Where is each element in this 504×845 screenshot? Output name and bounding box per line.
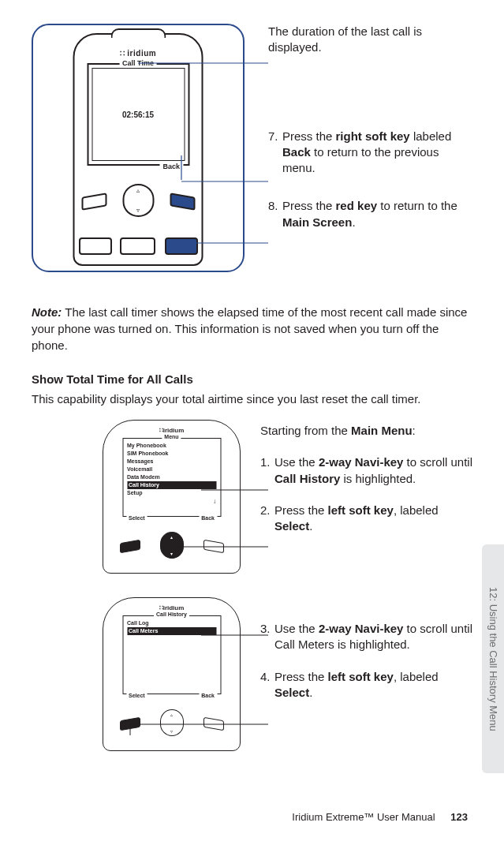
phone-screen: Call History Call Log Call Meters Select… — [122, 615, 221, 694]
right-soft-key[interactable] — [203, 717, 224, 731]
menu-item-highlighted: Call Meters — [127, 627, 216, 635]
back-softkey-label: Back — [199, 515, 217, 521]
triangle-down-icon: ▿ — [170, 728, 173, 734]
callout-duration: The duration of the last call is display… — [268, 24, 472, 56]
keypad-row — [77, 234, 200, 258]
menu-item: Data Modem — [127, 473, 216, 481]
callout-step-3: 3. Use the 2-way Navi-key to scroll unti… — [260, 621, 472, 653]
menu-item: SIM Phonebook — [127, 450, 216, 458]
left-soft-key[interactable] — [120, 717, 140, 731]
footer-title: Iridium Extreme™ User Manual — [292, 811, 435, 823]
device-illustration-call-history: iridium Call History Call Log Call Meter… — [103, 597, 241, 751]
menu-list: Call Log Call Meters — [123, 616, 220, 646]
triangle-up-icon: ▴ — [170, 534, 173, 540]
left-soft-key[interactable] — [81, 193, 106, 211]
section-heading: Show Total Time for All Calls — [32, 372, 472, 386]
navi-key[interactable]: ▴ ▾ — [160, 532, 184, 559]
chapter-tab: 12: Using the Call History Menu — [482, 544, 504, 773]
scroll-down-icon: ↓ — [213, 498, 216, 505]
menu-item: My Phonebook — [127, 442, 216, 450]
phone-screen: Menu My Phonebook SIM Phonebook Messages… — [122, 438, 221, 517]
brand-label: iridium — [103, 604, 240, 611]
triangle-up-icon: ▵ — [136, 187, 140, 194]
menu-item: Messages — [127, 458, 216, 465]
menu-item-highlighted: Call History — [127, 481, 216, 489]
intro-line: Starting from the Main Menu: — [260, 423, 472, 439]
key-2[interactable] — [120, 237, 155, 255]
button-area: ▴ ▾ — [117, 527, 227, 566]
brand-dots-icon — [120, 49, 125, 58]
select-softkey-label: Select — [126, 515, 147, 521]
navi-key[interactable]: ▵ ▿ — [122, 184, 154, 217]
menu-item: Voicemail — [127, 465, 216, 473]
left-soft-key[interactable] — [120, 540, 140, 554]
callout-step-8: 8. Press the red key to return to the Ma… — [268, 198, 472, 230]
right-soft-key[interactable] — [170, 193, 195, 211]
callout-step-4: 4. Press the left soft key, labeled Sele… — [260, 669, 472, 701]
red-key[interactable] — [165, 237, 198, 255]
triangle-down-icon: ▿ — [136, 207, 140, 214]
device-illustration-menu: iridium Menu My Phonebook SIM Phonebook … — [103, 420, 241, 574]
brand-label: iridium — [65, 49, 211, 58]
select-softkey-label: Select — [126, 693, 147, 698]
phone-screen: Call Time 02:56:15 Back — [87, 63, 189, 166]
triangle-up-icon: ▵ — [170, 712, 173, 717]
phone-notch — [110, 28, 166, 38]
note-paragraph: Note: The last call timer shows the elap… — [32, 304, 472, 353]
key-1[interactable] — [79, 237, 112, 255]
screen-title: Call History — [154, 611, 189, 617]
section-description: This capability displays your total airt… — [32, 392, 472, 406]
screen-title: Menu — [162, 434, 181, 439]
triangle-down-icon: ▾ — [170, 551, 173, 556]
right-soft-key[interactable] — [203, 540, 224, 554]
back-softkey-label: Back — [159, 163, 183, 170]
button-area: ▵ ▿ — [117, 705, 227, 744]
callout-step-7: 7. Press the right soft key labeled Back… — [268, 129, 472, 177]
device-illustration-call-time: iridium Call Time 02:56:15 Back ▵ ▿ — [32, 24, 245, 272]
button-area: ▵ ▿ — [79, 179, 197, 222]
menu-list: My Phonebook SIM Phonebook Messages Voic… — [123, 439, 220, 508]
menu-item: Call Log — [127, 619, 216, 627]
callout-step-2: 2. Press the left soft key, labeled Sele… — [260, 503, 472, 535]
page-number: 123 — [450, 811, 468, 823]
page-footer: Iridium Extreme™ User Manual 123 — [292, 811, 468, 823]
navi-key[interactable]: ▵ ▿ — [160, 709, 184, 736]
callout-step-1: 1. Use the 2-way Navi-key to scroll unti… — [260, 454, 472, 487]
screen-title: Call Time — [119, 59, 157, 67]
brand-label: iridium — [103, 427, 240, 434]
call-time-value: 02:56:15 — [122, 110, 154, 119]
menu-item: Setup — [127, 489, 216, 497]
back-softkey-label: Back — [199, 693, 217, 698]
